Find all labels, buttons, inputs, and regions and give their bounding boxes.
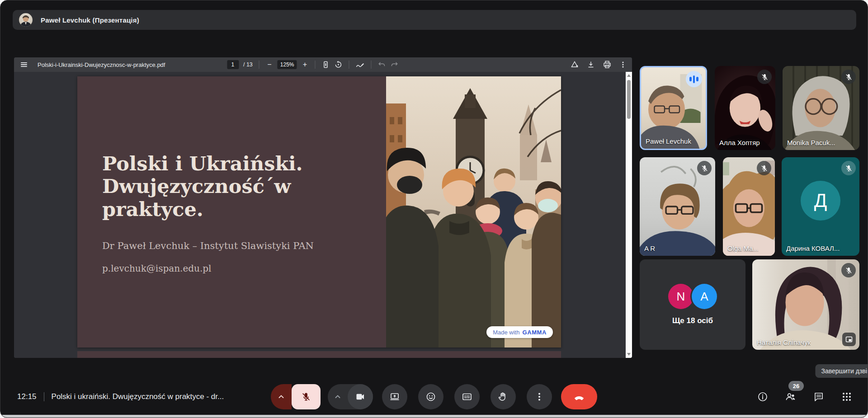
slide-email: p.levchuk@ispan.edu.pl (102, 263, 368, 274)
meeting-title: Polski i ukraiński. Dwujęzyczność w prak… (52, 392, 224, 401)
more-options-icon[interactable] (619, 61, 627, 69)
end-call-button[interactable] (561, 384, 597, 409)
annotate-icon[interactable] (356, 61, 365, 69)
panel-buttons: 26 (757, 391, 853, 403)
more-participants-label: Ще 18 осіб (672, 316, 713, 325)
download-icon[interactable] (587, 61, 595, 69)
mic-muted-icon (757, 70, 772, 84)
scrollbar-thumb[interactable] (627, 80, 631, 119)
save-to-drive-icon[interactable] (570, 60, 579, 69)
tile-alla-khoptiar[interactable]: Алла Хоптяр (715, 66, 775, 150)
pdf-zoom-level[interactable]: 125% (278, 60, 297, 69)
present-button[interactable] (382, 384, 407, 409)
camera-control-group (328, 384, 373, 409)
present-screen-icon (389, 391, 400, 402)
captions-icon (462, 391, 472, 402)
apps-grid-icon (841, 391, 852, 402)
meet-window: Paweł Levchuk (Презентація) Polski-i-Ukr… (0, 0, 868, 418)
zoom-out-button[interactable]: − (266, 61, 273, 69)
pdf-filename: Polski-i-Ukrainski-Dwujezycznosc-w-prakt… (38, 61, 165, 68)
undo-icon[interactable] (378, 61, 386, 69)
pdf-page-area[interactable]: Polski i Ukraiński. Dwujęzyczność´w prak… (14, 72, 632, 358)
rotate-icon[interactable] (335, 61, 343, 69)
toolbar-divider (371, 61, 372, 69)
meeting-details-button[interactable] (757, 391, 769, 403)
fit-page-icon[interactable] (322, 61, 330, 69)
mic-off-icon (301, 392, 311, 402)
scroll-up-arrow[interactable] (627, 74, 631, 77)
participant-name: Наталія Сліпачук (757, 338, 811, 346)
tile-more-participants[interactable]: N A Ще 18 осіб (640, 259, 745, 350)
participants-button[interactable]: 26 (785, 391, 797, 403)
redo-icon[interactable] (391, 61, 399, 69)
chat-icon (813, 391, 824, 402)
divider (44, 392, 44, 401)
more-options-button[interactable] (527, 384, 552, 409)
participant-name: A R (644, 244, 655, 252)
end-call-tooltip: Завершити дзвінок (815, 364, 868, 378)
toolbar-divider (259, 61, 259, 69)
chevron-up-icon (278, 393, 285, 400)
toolbar-divider (349, 61, 349, 69)
overflow-avatars: N A (668, 284, 717, 309)
mic-muted-icon (841, 263, 856, 277)
meeting-info: 12:15 Polski i ukraiński. Dwujęzyczność … (17, 392, 224, 401)
audio-level-indicator (686, 71, 702, 87)
participants-count-badge: 26 (788, 381, 804, 391)
mic-mute-button[interactable] (292, 384, 321, 409)
pdf-page-input[interactable]: 1 (227, 60, 239, 69)
picture-in-picture-icon[interactable] (842, 333, 856, 346)
participant-grid: Paweł Levchuk Алла Хоптяр (640, 66, 859, 350)
mic-control-group (271, 384, 321, 409)
city-crowd-illustration (386, 76, 561, 348)
camera-options-button[interactable] (328, 384, 348, 409)
activities-button[interactable] (841, 391, 853, 403)
slide-text-panel: Polski i Ukraiński. Dwujęzyczność´w prak… (77, 76, 386, 348)
slide-page-1: Polski i Ukraiński. Dwujęzyczność´w prak… (77, 76, 561, 348)
made-with-gamma-badge[interactable]: Made with GAMMA (486, 326, 553, 338)
mic-options-button[interactable] (271, 384, 292, 409)
pdf-scrollbar[interactable] (626, 72, 632, 358)
tile-olga-ma[interactable]: Olga Ma... (723, 157, 775, 256)
camera-toggle-button[interactable] (348, 384, 373, 409)
tile-natalia-slipachuk[interactable]: Наталія Сліпачук (752, 259, 859, 350)
chevron-up-icon (334, 393, 341, 400)
pdf-page-total: / 13 (243, 61, 253, 68)
slide-subtitle: Dr Paweł Levchuk – Instytut Slawistyki P… (102, 240, 368, 251)
tile-daryna-koval[interactable]: Д Дарина КОВАЛ... (782, 157, 859, 256)
reactions-button[interactable] (418, 384, 443, 409)
pdf-menu-icon[interactable] (20, 61, 28, 68)
tile-a-r[interactable]: A R (640, 157, 715, 256)
participant-name: Дарина КОВАЛ... (786, 244, 840, 252)
captions-button[interactable] (454, 384, 480, 409)
tile-monika-pacuk[interactable]: Monika Pacuk... (783, 66, 859, 150)
raise-hand-icon (498, 391, 509, 402)
zoom-in-button[interactable]: + (302, 61, 309, 69)
avatar-person-icon (19, 13, 33, 27)
more-vertical-icon (535, 392, 544, 402)
letter-avatar: Д (801, 181, 840, 221)
presenter-avatar (19, 13, 33, 27)
pdf-toolbar: Polski-i-Ukrainski-Dwujezycznosc-w-prakt… (14, 57, 632, 72)
chat-button[interactable] (813, 391, 825, 403)
participant-name: Monika Pacuk... (787, 139, 835, 146)
participant-name: Olga Ma... (727, 244, 759, 252)
camera-icon (355, 391, 366, 402)
mic-muted-icon (841, 70, 856, 84)
slide-page-2-edge (77, 351, 561, 358)
emoji-icon (425, 391, 436, 402)
info-icon (757, 391, 768, 402)
pdf-viewer: Polski-i-Ukrainski-Dwujezycznosc-w-prakt… (14, 57, 632, 358)
slide-photo: Made with GAMMA (386, 76, 561, 348)
scroll-down-arrow[interactable] (627, 353, 631, 356)
print-icon[interactable] (603, 60, 612, 69)
avatar-circle-a: A (692, 284, 717, 309)
slide-title: Polski i Ukraiński. Dwujęzyczność´w prak… (102, 152, 368, 221)
tile-pawel-levchuk[interactable]: Paweł Levchuk (640, 66, 707, 150)
call-controls: Завершити дзвінок (271, 384, 597, 409)
clock: 12:15 (17, 392, 37, 401)
mic-muted-icon (841, 161, 856, 175)
toolbar-divider (315, 61, 316, 69)
raise-hand-button[interactable] (491, 384, 516, 409)
avatar-circle-n: N (668, 284, 693, 309)
